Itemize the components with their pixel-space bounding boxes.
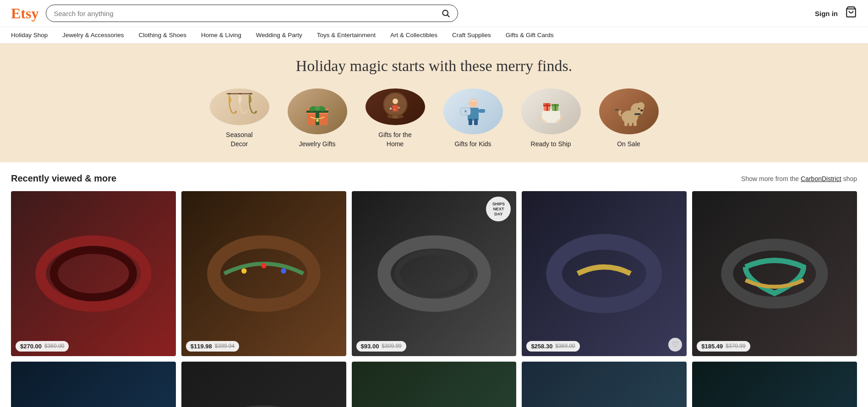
product-image-4 <box>522 191 687 356</box>
product-price-4: $258.30 $369.00 <box>526 341 579 352</box>
header-actions: Sign in <box>815 6 857 21</box>
category-gifts-home-label: Gifts for theHome <box>378 131 411 148</box>
original-price-4: $369.00 <box>555 343 575 349</box>
category-kids-label: Gifts for Kids <box>454 140 491 149</box>
product-image-1 <box>11 191 176 356</box>
main-nav: Holiday Shop Jewelry & Accessories Cloth… <box>0 27 868 44</box>
category-seasonal-image <box>210 88 269 125</box>
svg-point-13 <box>315 106 320 111</box>
product-card-6[interactable]: CARBON DISTRICT <box>11 362 176 407</box>
svg-point-42 <box>639 108 639 109</box>
recently-viewed-section: Recently viewed & more Show more from th… <box>0 162 868 407</box>
category-sale[interactable]: On Sale <box>599 88 659 148</box>
sale-price-3: $93.00 <box>361 343 379 350</box>
svg-rect-33 <box>546 103 548 111</box>
product-image-10 <box>692 362 857 407</box>
category-jewelry[interactable]: Jewelry Gifts <box>288 88 347 148</box>
nav-item-wedding[interactable]: Wedding & Party <box>256 32 302 38</box>
svg-point-53 <box>281 269 286 274</box>
product-image-5 <box>692 191 857 356</box>
original-price-3: $309.99 <box>382 343 401 349</box>
svg-point-56 <box>554 242 655 305</box>
category-jewelry-label: Jewelry Gifts <box>299 140 335 149</box>
category-gifts-home[interactable]: Gifts for theHome <box>366 88 425 148</box>
show-more-text: Show more from the CarbonDistrict shop <box>741 175 857 182</box>
product-price-3: $93.00 $309.99 <box>356 341 406 352</box>
nav-item-craft[interactable]: Craft Supplies <box>452 32 491 38</box>
nav-item-holiday[interactable]: Holiday Shop <box>11 32 48 38</box>
search-input[interactable] <box>54 10 441 17</box>
sale-price-5: $185.49 <box>701 343 723 350</box>
product-card-4[interactable]: $258.30 $369.00 ♡ <box>522 191 687 356</box>
svg-point-49 <box>54 250 133 297</box>
product-card-3[interactable]: SHIPSNEXTDAY $93.00 $309.99 <box>352 191 517 356</box>
categories-row: SeasonalDecor <box>11 88 857 162</box>
svg-point-43 <box>640 110 643 111</box>
svg-rect-37 <box>555 104 556 111</box>
svg-point-55 <box>397 253 471 295</box>
sale-price-2: $119.98 <box>191 343 212 350</box>
svg-rect-34 <box>543 105 551 106</box>
category-gifts-home-image <box>366 88 425 125</box>
svg-rect-45 <box>629 121 632 126</box>
products-row-2: CARBON DISTRICT <box>11 362 857 407</box>
wishlist-icon-4[interactable]: ♡ <box>668 338 682 352</box>
svg-point-20 <box>394 109 395 110</box>
product-image-3: SHIPSNEXTDAY <box>352 191 517 356</box>
svg-text:★: ★ <box>463 109 467 114</box>
svg-point-19 <box>398 107 399 109</box>
svg-point-14 <box>316 119 319 122</box>
svg-rect-28 <box>479 109 485 113</box>
category-sale-image <box>599 88 659 134</box>
shopping-cart-icon <box>845 6 857 18</box>
recently-header: Recently viewed & more Show more from th… <box>11 173 857 184</box>
category-seasonal[interactable]: SeasonalDecor <box>210 88 269 148</box>
product-card-8[interactable] <box>352 362 517 407</box>
category-ship[interactable]: Ready to Ship <box>521 88 581 148</box>
nav-item-gifts[interactable]: Gifts & Gift Cards <box>506 32 554 38</box>
etsy-logo[interactable]: Etsy <box>11 5 38 22</box>
svg-point-18 <box>390 108 392 110</box>
category-kids[interactable]: ★ Gifts for Kids <box>443 88 503 148</box>
svg-rect-44 <box>624 121 628 126</box>
original-price-1: $360.00 <box>44 343 64 349</box>
category-jewelry-image <box>288 88 347 134</box>
original-price-2: $399.94 <box>215 343 235 349</box>
svg-rect-47 <box>634 113 641 115</box>
cart-icon[interactable] <box>845 6 857 21</box>
nav-item-home[interactable]: Home & Living <box>201 32 241 38</box>
sign-in-button[interactable]: Sign in <box>815 10 838 17</box>
product-price-5: $185.49 $370.99 <box>697 341 750 352</box>
product-card-2[interactable]: $119.98 $399.94 <box>181 191 346 356</box>
svg-point-16 <box>384 94 406 116</box>
svg-line-1 <box>448 15 450 17</box>
hero-banner: Holiday magic starts with these merry fi… <box>0 44 868 162</box>
svg-point-51 <box>241 269 247 274</box>
category-kids-image: ★ <box>443 88 503 134</box>
product-card-7[interactable] <box>181 362 346 407</box>
svg-rect-22 <box>393 115 398 118</box>
product-image-9 <box>522 362 687 407</box>
ships-next-day-badge: SHIPSNEXTDAY <box>486 197 511 221</box>
search-button[interactable] <box>441 9 450 18</box>
category-seasonal-label: SeasonalDecor <box>226 131 252 148</box>
nav-item-toys[interactable]: Toys & Entertainment <box>317 32 376 38</box>
svg-point-0 <box>443 10 448 16</box>
product-card-5[interactable]: $185.49 $370.99 <box>692 191 857 356</box>
svg-point-52 <box>261 263 267 269</box>
product-image-7 <box>181 362 346 407</box>
nav-item-clothing[interactable]: Clothing & Shoes <box>139 32 186 38</box>
hero-title: Holiday magic starts with these merry fi… <box>11 57 857 75</box>
category-ship-image <box>521 88 581 134</box>
svg-point-17 <box>393 99 398 104</box>
product-card-9[interactable] <box>522 362 687 407</box>
sale-price-4: $258.30 <box>531 343 552 350</box>
nav-item-jewelry[interactable]: Jewelry & Accessories <box>62 32 124 38</box>
shop-link[interactable]: CarbonDistrict <box>801 175 841 182</box>
product-card-10[interactable] <box>692 362 857 407</box>
product-card-1[interactable]: $270.00 $360.00 <box>11 191 176 356</box>
search-bar <box>46 5 458 22</box>
nav-item-art[interactable]: Art & Collectibles <box>390 32 437 38</box>
svg-rect-46 <box>633 121 637 126</box>
recently-title: Recently viewed & more <box>11 173 116 184</box>
